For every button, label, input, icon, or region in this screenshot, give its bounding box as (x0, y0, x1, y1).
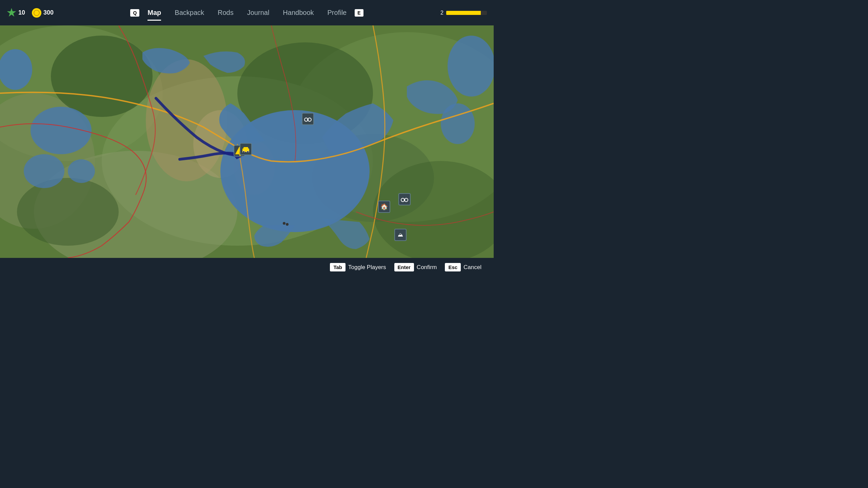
confirm-label: Confirm (417, 264, 437, 271)
enter-key-badge: Enter (394, 263, 414, 271)
binoculars-marker-2[interactable] (398, 193, 411, 205)
dot-marker-2 (286, 223, 289, 226)
svg-point-0 (34, 10, 39, 16)
svg-point-20 (448, 36, 494, 97)
top-bar-right: 2 (440, 10, 487, 16)
top-navigation-bar: 10 300 QMapBackpackRodsJournalHandbookPr… (0, 0, 494, 25)
coins-stat: 300 (32, 8, 54, 18)
tab-profile[interactable]: Profile (322, 6, 352, 19)
stars-value: 10 (18, 9, 25, 16)
binoculars-icon-2 (398, 193, 411, 205)
map-container[interactable]: 🏠 ⛰ (0, 25, 494, 258)
health-bar-container (446, 11, 487, 15)
dot-marker-1 (283, 222, 285, 225)
toggle-players-action: Tab Toggle Players (330, 263, 391, 271)
tab-rods[interactable]: Rods (212, 6, 239, 19)
svg-rect-28 (404, 199, 405, 201)
player-count: 2 (440, 10, 443, 16)
tab-backpack[interactable]: Backpack (169, 6, 210, 19)
stars-stat: 10 (7, 8, 25, 18)
cancel-action: Esc Cancel (445, 263, 487, 271)
mountain-marker[interactable]: ⛰ (394, 229, 407, 241)
nav-tabs: QMapBackpackRodsJournalHandbookProfileE (130, 6, 363, 19)
svg-rect-25 (307, 119, 309, 120)
map-svg (0, 25, 494, 258)
binoculars-marker-1[interactable] (302, 113, 314, 125)
tab-map[interactable]: Map (142, 6, 166, 19)
map-background: 🏠 ⛰ (0, 25, 494, 258)
key-q-badge: Q (130, 9, 139, 17)
tab-journal[interactable]: Journal (242, 6, 275, 19)
stats-area: 10 300 (7, 8, 54, 18)
svg-rect-34 (243, 147, 248, 149)
bottom-action-bar: Tab Toggle Players Enter Confirm Esc Can… (0, 258, 494, 277)
svg-point-36 (247, 151, 249, 152)
star-icon (7, 8, 16, 18)
coin-icon (32, 8, 41, 18)
vehicle-icon (240, 143, 252, 155)
mountain-icon: ⛰ (394, 229, 407, 241)
home-marker[interactable]: 🏠 (378, 201, 390, 213)
key-e-badge: E (355, 9, 363, 17)
toggle-players-label: Toggle Players (348, 264, 386, 271)
binoculars-icon-1 (302, 113, 314, 125)
health-fill (446, 11, 481, 15)
svg-point-13 (17, 178, 119, 246)
confirm-action: Enter Confirm (394, 263, 442, 271)
svg-point-19 (68, 159, 95, 183)
coins-value: 300 (43, 9, 54, 16)
tab-key-badge: Tab (330, 263, 346, 271)
svg-point-18 (24, 154, 64, 188)
esc-key-badge: Esc (445, 263, 461, 271)
tab-handbook[interactable]: Handbook (277, 6, 319, 19)
svg-point-35 (243, 151, 245, 152)
health-bar (446, 11, 487, 15)
home-icon: 🏠 (378, 201, 390, 213)
cancel-label: Cancel (463, 264, 481, 271)
